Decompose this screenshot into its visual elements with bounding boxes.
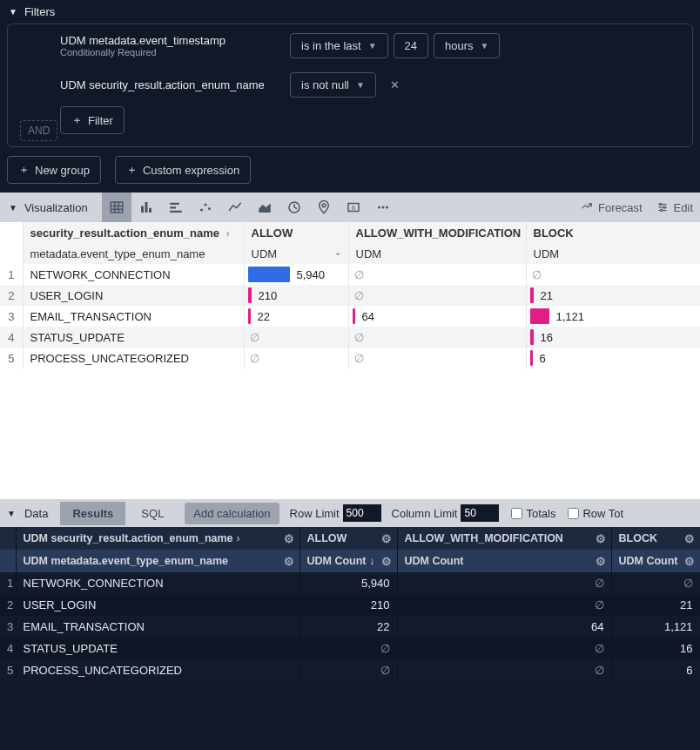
- add-calculation-button[interactable]: Add calculation: [185, 503, 279, 524]
- dark-col-allow-mod[interactable]: ALLOW_WITH_MODIFICATION⚙: [397, 527, 611, 550]
- row-limit-label: Row Limit: [290, 507, 340, 520]
- add-filter-button[interactable]: ＋ Filter: [60, 106, 125, 134]
- data-cell[interactable]: ∅: [397, 572, 611, 594]
- svg-point-28: [660, 209, 662, 211]
- viz-column-icon[interactable]: [131, 193, 161, 222]
- row-name[interactable]: EMAIL_TRANSACTION: [23, 306, 244, 327]
- col-limit-input[interactable]: [461, 504, 499, 522]
- svg-point-27: [663, 206, 665, 208]
- measure-allow-mod[interactable]: UDM: [348, 243, 526, 264]
- dark-measure-allow[interactable]: UDM Count ↓⚙: [300, 550, 397, 572]
- new-group-button[interactable]: ＋ New group: [7, 156, 101, 184]
- row-name[interactable]: STATUS_UPDATE: [23, 327, 244, 348]
- visualization-panel-header[interactable]: ▼ Visualization: [0, 196, 97, 220]
- remove-filter-icon[interactable]: ✕: [390, 78, 400, 91]
- row-name[interactable]: STATUS_UPDATE: [16, 638, 300, 659]
- data-cell[interactable]: 210: [244, 285, 348, 306]
- visualization-table: security_result.action_enum_name › ALLOW…: [0, 222, 700, 499]
- row-name[interactable]: EMAIL_TRANSACTION: [16, 616, 300, 638]
- dark-measure-allow-mod[interactable]: UDM Count⚙: [397, 550, 611, 572]
- data-title[interactable]: Data: [24, 507, 48, 520]
- data-cell[interactable]: ∅: [397, 638, 611, 659]
- viz-timeline-icon[interactable]: [279, 193, 309, 222]
- viz-table-icon[interactable]: [102, 193, 131, 222]
- data-cell[interactable]: 22: [244, 306, 348, 327]
- gear-icon[interactable]: ⚙: [596, 555, 606, 568]
- dark-row-dim-header[interactable]: UDM metadata.event_type_enum_name⚙: [16, 550, 300, 572]
- row-totals-checkbox[interactable]: Row Tot: [568, 507, 623, 520]
- filters-panel-header[interactable]: ▼ Filters: [0, 0, 700, 24]
- data-cell[interactable]: ∅: [611, 572, 700, 594]
- measure-allow[interactable]: UDM⌄: [244, 243, 348, 264]
- gear-icon[interactable]: ⚙: [684, 532, 695, 545]
- data-cell[interactable]: 5,940: [244, 264, 348, 285]
- filter1-op-select[interactable]: is in the last ▼: [290, 33, 388, 58]
- custom-expression-label: Custom expression: [143, 164, 239, 177]
- data-cell[interactable]: 64: [397, 616, 611, 638]
- data-cell[interactable]: ∅: [397, 659, 611, 681]
- viz-map-icon[interactable]: [309, 193, 339, 222]
- row-name[interactable]: USER_LOGIN: [16, 594, 300, 616]
- data-cell[interactable]: 5,940: [300, 572, 397, 594]
- tab-sql[interactable]: SQL: [129, 502, 176, 525]
- data-cell[interactable]: 210: [300, 594, 397, 616]
- caret-down-icon: ▼: [9, 203, 17, 213]
- pivot-header[interactable]: security_result.action_enum_name ›: [23, 222, 244, 243]
- new-group-label: New group: [35, 164, 90, 177]
- data-cell[interactable]: 16: [611, 638, 700, 659]
- row-limit-input[interactable]: [343, 504, 381, 522]
- visualization-bar: ▼ Visualization 6 Forecast Edit: [0, 193, 700, 222]
- edit-viz-button[interactable]: Edit: [656, 201, 693, 214]
- null-value: ∅: [250, 331, 259, 344]
- viz-line-icon[interactable]: [220, 193, 250, 222]
- row-dim-header[interactable]: metadata.event_type_enum_name: [23, 243, 244, 264]
- forecast-button[interactable]: Forecast: [581, 201, 643, 214]
- col-block[interactable]: BLOCK: [526, 222, 700, 243]
- dark-measure-block[interactable]: UDM Count⚙: [611, 550, 700, 572]
- row-name[interactable]: NETWORK_CONNECTION: [16, 572, 300, 594]
- gear-icon[interactable]: ⚙: [284, 532, 294, 545]
- data-cell[interactable]: 21: [526, 285, 700, 306]
- row-name[interactable]: PROCESS_UNCATEGORIZED: [16, 659, 300, 681]
- viz-single-value-icon[interactable]: 6: [339, 193, 368, 222]
- data-cell[interactable]: 6: [526, 348, 700, 368]
- gear-icon[interactable]: ⚙: [596, 532, 606, 545]
- data-cell[interactable]: 6: [611, 659, 700, 681]
- data-cell[interactable]: 22: [300, 616, 397, 638]
- gear-icon[interactable]: ⚙: [284, 555, 294, 568]
- data-cell[interactable]: ∅: [397, 594, 611, 616]
- totals-checkbox[interactable]: Totals: [511, 507, 555, 520]
- data-cell[interactable]: 21: [611, 594, 700, 616]
- results-table: UDM security_result.action_enum_name› ⚙ …: [0, 527, 700, 681]
- gear-icon[interactable]: ⚙: [381, 532, 392, 545]
- data-cell[interactable]: 1,121: [611, 616, 700, 638]
- filter1-sublabel: Conditionally Required: [60, 47, 279, 57]
- data-cell[interactable]: 1,121: [526, 306, 700, 327]
- custom-expression-button[interactable]: ＋ Custom expression: [115, 156, 251, 184]
- viz-area-icon[interactable]: [250, 193, 279, 222]
- filter2-op-select[interactable]: is not null ▼: [290, 72, 376, 98]
- data-cell[interactable]: 64: [348, 306, 526, 327]
- table-row: 5PROCESS_UNCATEGORIZED∅∅6: [0, 348, 700, 368]
- row-name[interactable]: USER_LOGIN: [23, 285, 244, 306]
- viz-scatter-icon[interactable]: [191, 193, 220, 222]
- tab-results[interactable]: Results: [60, 502, 125, 525]
- gear-icon[interactable]: ⚙: [684, 555, 695, 568]
- filter1-value-input[interactable]: 24: [394, 33, 428, 58]
- col-allow-mod[interactable]: ALLOW_WITH_MODIFICATION: [348, 222, 526, 243]
- and-operator-pill[interactable]: AND: [20, 120, 57, 141]
- viz-more-icon[interactable]: [368, 193, 398, 222]
- viz-bar-icon[interactable]: [161, 193, 191, 222]
- row-name[interactable]: PROCESS_UNCATEGORIZED: [23, 348, 244, 368]
- dark-col-block[interactable]: BLOCK⚙: [611, 527, 700, 550]
- dark-col-allow[interactable]: ALLOW⚙: [300, 527, 397, 550]
- gear-icon[interactable]: ⚙: [381, 555, 392, 568]
- data-cell[interactable]: ∅: [300, 638, 397, 659]
- data-cell[interactable]: ∅: [300, 659, 397, 681]
- filter1-unit-select[interactable]: hours ▼: [434, 33, 500, 58]
- col-allow[interactable]: ALLOW: [244, 222, 348, 243]
- row-name[interactable]: NETWORK_CONNECTION: [23, 264, 244, 285]
- measure-block[interactable]: UDM: [526, 243, 700, 264]
- data-cell[interactable]: 16: [526, 327, 700, 348]
- dark-pivot-header[interactable]: UDM security_result.action_enum_name› ⚙: [16, 527, 300, 550]
